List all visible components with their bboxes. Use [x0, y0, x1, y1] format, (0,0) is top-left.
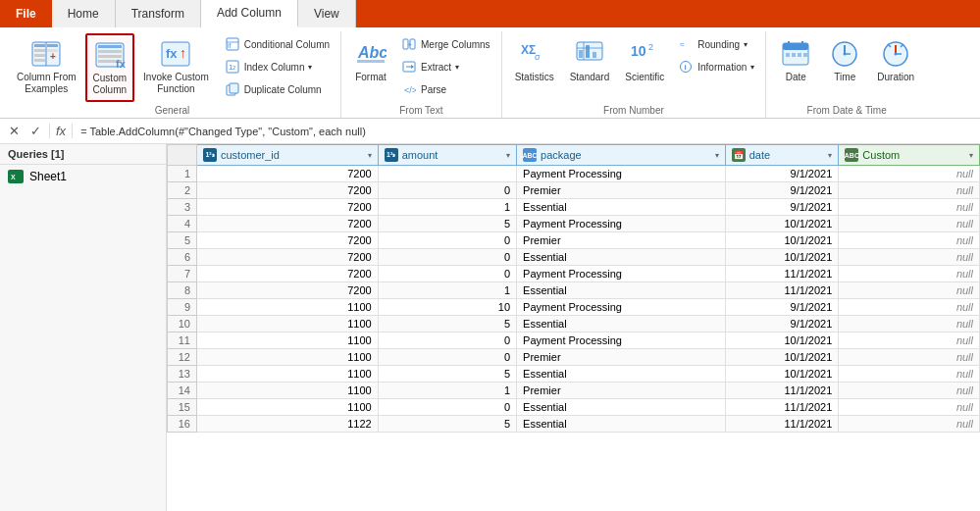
- general-buttons: + Column From Examples fx: [10, 33, 335, 102]
- statistics-button[interactable]: XΣ σ Statistics: [508, 33, 561, 87]
- cell-amount: 5: [378, 416, 516, 433]
- from-text-small-buttons: + Merge Columns Ext: [396, 33, 495, 100]
- tab-add-column[interactable]: Add Column: [201, 0, 298, 27]
- sidebar: Queries [1] X Sheet1: [0, 144, 167, 511]
- svg-rect-25: [230, 83, 238, 93]
- duration-button[interactable]: Duration: [870, 33, 921, 87]
- col-from-examples-button[interactable]: + Column From Examples: [10, 33, 83, 100]
- amount-dropdown[interactable]: ▾: [506, 151, 510, 160]
- cell-amount: 1: [378, 383, 516, 399]
- scientific-icon: 10 2: [629, 38, 660, 70]
- data-area[interactable]: 1²₃ customer_id ▾ 1²₃ amount ▾: [167, 144, 980, 511]
- cell-custom: null: [839, 182, 980, 199]
- rounding-button[interactable]: ≈ Rounding ▾: [673, 33, 759, 55]
- parse-button[interactable]: </> Parse: [396, 78, 495, 100]
- tab-file[interactable]: File: [0, 0, 52, 27]
- index-col-arrow: ▾: [308, 63, 312, 72]
- tab-transform[interactable]: Transform: [116, 0, 201, 27]
- col-header-date[interactable]: 📅 date ▾: [725, 145, 839, 166]
- cell-customer-id: 7200: [197, 249, 379, 266]
- formula-confirm-button[interactable]: ✓: [26, 122, 45, 141]
- ribbon-group-general: + Column From Examples fx: [4, 31, 341, 118]
- extract-label: Extract: [421, 62, 451, 73]
- table-row: 572000Premier10/1/2021null: [168, 232, 980, 249]
- merge-cols-icon: +: [401, 36, 417, 52]
- customer-id-dropdown[interactable]: ▾: [368, 151, 372, 160]
- svg-rect-10: [98, 45, 122, 48]
- cell-package: Essential: [517, 249, 726, 266]
- num-type-icon-amount: 1²₃: [385, 148, 398, 162]
- index-col-button[interactable]: 1 2 Index Column ▾: [220, 56, 335, 77]
- time-button[interactable]: Time: [821, 33, 868, 87]
- row-number: 15: [168, 399, 197, 416]
- ribbon-group-from-number: XΣ σ Statistics: [502, 31, 767, 118]
- from-text-group-label: From Text: [347, 105, 495, 118]
- cell-custom: null: [839, 399, 980, 416]
- duplicate-col-button[interactable]: Duplicate Column: [220, 78, 335, 100]
- cell-date: 10/1/2021: [725, 232, 839, 249]
- duration-icon: [880, 38, 911, 70]
- col-header-custom[interactable]: ABC Custom ▾: [839, 145, 980, 166]
- tab-home[interactable]: Home: [52, 0, 116, 27]
- sheet1-label: Sheet1: [29, 170, 67, 183]
- duration-label: Duration: [877, 72, 914, 82]
- custom-column-label: Custom Column: [93, 73, 127, 96]
- date-dropdown[interactable]: ▾: [828, 151, 832, 160]
- custom-column-icon: fx: [94, 39, 126, 71]
- row-number: 4: [168, 216, 197, 232]
- format-button[interactable]: Abc Format: [347, 33, 394, 87]
- col-header-customer-id[interactable]: 1²₃ customer_id ▾: [197, 145, 379, 166]
- svg-text:10: 10: [631, 43, 646, 59]
- table-row: 372001Essential9/1/2021null: [168, 199, 980, 216]
- parse-icon: </>: [401, 81, 417, 97]
- table-row: 1611225Essential11/1/2021null: [168, 416, 980, 433]
- svg-rect-2: [34, 49, 45, 52]
- cell-customer-id: 1100: [197, 316, 379, 332]
- cell-customer-id: 1100: [197, 383, 379, 399]
- formula-input[interactable]: = Table.AddColumn(#"Changed Type", "Cust…: [77, 126, 976, 137]
- cal-type-icon: 📅: [732, 148, 746, 162]
- col-header-package[interactable]: ABC package ▾: [517, 145, 726, 166]
- cell-package: Premier: [517, 182, 726, 199]
- cell-package: Essential: [517, 199, 726, 216]
- date-button[interactable]: Date: [772, 33, 819, 87]
- cell-package: Essential: [517, 366, 726, 383]
- package-dropdown[interactable]: ▾: [715, 151, 719, 160]
- sidebar-item-sheet1[interactable]: X Sheet1: [0, 165, 166, 188]
- table-row: 17200Payment Processing9/1/2021null: [168, 166, 980, 182]
- invoke-custom-button[interactable]: fx ↑ Invoke Custom Function: [136, 33, 216, 100]
- cell-package: Essential: [517, 399, 726, 416]
- date-label: Date: [786, 72, 806, 82]
- custom-dropdown[interactable]: ▾: [969, 151, 973, 160]
- formula-cancel-button[interactable]: ✕: [4, 122, 24, 141]
- ribbon-groups: + Column From Examples fx: [0, 31, 980, 118]
- information-button[interactable]: i Information ▾: [673, 56, 759, 77]
- table-row: 872001Essential11/1/2021null: [168, 282, 980, 299]
- from-date-time-group-label: From Date & Time: [772, 105, 921, 118]
- standard-button[interactable]: Standard: [563, 33, 617, 87]
- col-header-amount[interactable]: 1²₃ amount ▾: [378, 145, 516, 166]
- custom-type-icon: ABC: [845, 148, 858, 162]
- cell-custom: null: [839, 199, 980, 216]
- tab-view[interactable]: View: [298, 0, 356, 27]
- svg-text:≈: ≈: [680, 40, 685, 49]
- col-from-examples-label: Column From Examples: [17, 72, 77, 95]
- cell-amount: 0: [378, 349, 516, 366]
- cell-package: Premier: [517, 349, 726, 366]
- cell-package: Payment Processing: [517, 299, 726, 316]
- cell-date: 11/1/2021: [725, 282, 839, 299]
- table-body: 17200Payment Processing9/1/2021null27200…: [168, 166, 980, 433]
- row-number: 7: [168, 266, 197, 282]
- cell-amount: 5: [378, 216, 516, 232]
- scientific-button[interactable]: 10 2 Scientific: [618, 33, 671, 87]
- from-number-small-buttons: ≈ Rounding ▾ i Informatio: [673, 33, 759, 77]
- cell-custom: null: [839, 383, 980, 399]
- from-date-time-buttons: Date Time: [772, 33, 921, 87]
- row-number: 3: [168, 199, 197, 216]
- merge-cols-button[interactable]: + Merge Columns: [396, 33, 495, 55]
- row-number: 12: [168, 349, 197, 366]
- cell-customer-id: 1122: [197, 416, 379, 433]
- extract-button[interactable]: Extract ▾: [396, 56, 495, 77]
- custom-column-button[interactable]: fx Custom Column: [85, 33, 134, 102]
- conditional-col-button[interactable]: if Conditional Column: [220, 33, 335, 55]
